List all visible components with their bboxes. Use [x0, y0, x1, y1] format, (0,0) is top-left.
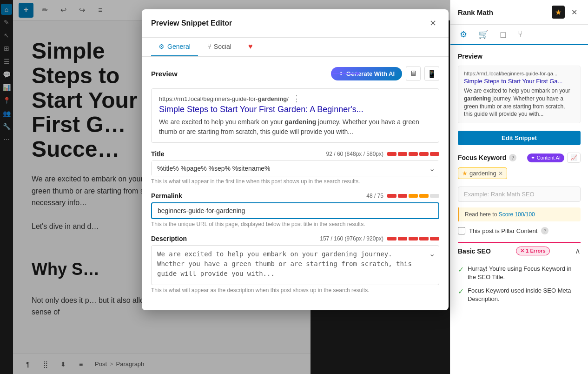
close-panel-button[interactable]: ✕ [568, 6, 581, 19]
description-label: Description [151, 235, 187, 242]
permalink-counter: 48 / 75 [366, 193, 439, 199]
pillar-help-icon[interactable]: ? [541, 227, 548, 234]
modal-body: Preview ✦ Generate With AI 🖥 [142, 57, 449, 310]
rank-math-panel: Rank Math ★ ✕ ⚙ 🛒 ◻ ⑂ Preview https://rm… [450, 0, 588, 374]
seo-text-1: Hurray! You're using Focus Keyword in th… [468, 265, 581, 281]
seo-item-2: ✓ Focus Keyword used inside SEO Meta Des… [458, 287, 581, 303]
basic-seo-header: Basic SEO ✕ 1 Errors ∧ [458, 242, 581, 259]
title-field-group: Title 92 / 60 (848px / 580px) %title% [151, 150, 439, 185]
score-link[interactable]: Score 100/100 [499, 211, 535, 218]
desktop-preview-button[interactable]: 🖥 [406, 66, 421, 81]
title-label: Title [151, 150, 165, 158]
rank-math-tabs: ⚙ 🛒 ◻ ⑂ [450, 25, 588, 45]
focus-keyword-header: Focus Keyword ? ✦ Content AI 📈 [458, 153, 581, 163]
description-textarea-wrapper: We are excited to help you embark on you… [151, 245, 439, 285]
social-tab-label: Social [214, 43, 231, 50]
permalink-hint: This is the unique URL of this page, dis… [151, 221, 439, 227]
keyword-tag-container: ★ gardening ✕ [458, 167, 581, 183]
rank-math-header: Rank Math ★ ✕ [450, 0, 588, 25]
chart-button[interactable]: 📈 [567, 153, 581, 163]
description-textarea[interactable]: We are excited to help you embark on you… [152, 246, 439, 283]
rp-tab-schema[interactable]: ⑂ [512, 25, 529, 44]
preview-snippet-modal: Preview Snippet Editor ✕ ⚙ General ⑂ Soc… [142, 9, 449, 310]
title-progress-bar [387, 152, 439, 156]
pillar-checkbox[interactable] [458, 227, 465, 234]
description-chevron[interactable]: ⌄ [429, 249, 435, 258]
basic-seo-section: Basic SEO ✕ 1 Errors ∧ ✓ Hurray! You're … [458, 242, 581, 303]
modal-close-button[interactable]: ✕ [426, 17, 439, 30]
tab-heart[interactable]: ♥ [241, 38, 260, 56]
star-button[interactable]: ★ [552, 6, 565, 19]
basic-seo-title: Basic SEO [458, 247, 491, 255]
permalink-progress-bar [387, 194, 439, 198]
title-counter: 92 / 60 (848px / 580px) [326, 151, 439, 157]
search-preview-box: https://rm1.local/beginners-guide-for-ga… [151, 88, 439, 143]
focus-keyword-help-icon[interactable]: ? [509, 154, 516, 161]
modal-title: Preview Snippet Editor [151, 19, 232, 27]
description-field-group: Description 157 / 160 (976px / 920px) [151, 235, 439, 294]
modal-tabs: ⚙ General ⑂ Social ♥ [142, 38, 449, 57]
rp-preview-desc: We are excited to help you embark on you… [464, 87, 575, 118]
pillar-checkbox-container: This post is Pillar Content ? [458, 227, 581, 234]
keyword-remove-button[interactable]: ✕ [498, 170, 503, 177]
rp-preview-box: https://rm1.local/beginners-guide-for-ga… [458, 66, 581, 123]
permalink-field-group: Permalink 48 / 75 This is the unique UR [151, 192, 439, 227]
focus-keyword-label: Focus Keyword [458, 154, 506, 161]
check-icon-2: ✓ [458, 287, 464, 296]
rank-math-title: Rank Math [458, 8, 493, 16]
permalink-field-header: Permalink 48 / 75 [151, 192, 439, 200]
seo-item-1: ✓ Hurray! You're using Focus Keyword in … [458, 265, 581, 281]
url-dots[interactable]: ⋮ [292, 94, 301, 103]
pillar-checkbox-label: This post is Pillar Content [469, 227, 537, 234]
rp-preview-url: https://rm1.local/beginners-guide-for-ga… [464, 71, 575, 76]
rp-preview-title[interactable]: Simple Steps to Start Your First Ga... [464, 78, 575, 85]
arrow-indicator [331, 71, 360, 76]
rank-math-body: Preview https://rm1.local/beginners-guid… [450, 45, 588, 374]
preview-row: Preview ✦ Generate With AI 🖥 [151, 66, 439, 81]
collapse-button[interactable]: ∧ [575, 247, 581, 255]
permalink-input[interactable] [151, 202, 439, 219]
keyword-example[interactable]: Example: Rank Math SEO [458, 187, 581, 202]
general-tab-icon: ⚙ [159, 43, 165, 50]
rank-math-header-icons: ★ ✕ [552, 6, 581, 19]
description-hint: This is what will appear as the descript… [151, 287, 439, 294]
search-result-title[interactable]: Simple Steps to Start Your First Garden:… [159, 105, 431, 114]
keyword-star-icon: ★ [462, 170, 468, 177]
title-hint: This is what will appear in the first li… [151, 178, 439, 185]
content-ai-label: Content AI [537, 155, 561, 160]
social-tab-icon: ⑂ [207, 43, 211, 50]
description-counter: 157 / 160 (976px / 920px) [320, 235, 439, 242]
error-badge: ✕ 1 Errors [516, 247, 549, 255]
title-select[interactable]: %title% %page% %sep% %sitename% [152, 161, 439, 176]
edit-snippet-button[interactable]: Edit Snippet [458, 131, 581, 145]
search-result-description: We are excited to help you embark on you… [159, 117, 431, 137]
permalink-label: Permalink [151, 192, 182, 200]
title-select-wrapper: %title% %page% %sep% %sitename% ⌄ [151, 160, 439, 176]
check-icon-1: ✓ [458, 265, 464, 274]
seo-text-2: Focus Keyword used inside SEO Meta Descr… [468, 287, 581, 303]
description-field-header: Description 157 / 160 (976px / 920px) [151, 235, 439, 242]
title-field-header: Title 92 / 60 (848px / 580px) [151, 150, 439, 158]
pillar-note: Read here to Score 100/100 [458, 207, 581, 221]
general-tab-label: General [167, 43, 191, 50]
desktop-icon: 🖥 [410, 69, 417, 78]
keyword-tag: ★ gardening ✕ [458, 167, 507, 179]
modal-overlay: Preview Snippet Editor ✕ ⚙ General ⑂ Soc… [0, 0, 450, 374]
content-ai-button[interactable]: ✦ Content AI [527, 154, 564, 162]
tab-social[interactable]: ⑂ Social [200, 38, 239, 56]
preview-section-label: Preview [151, 70, 178, 78]
url-text: https://rm1.local/beginners-guide-for-ga… [159, 95, 289, 102]
mobile-icon: 📱 [427, 69, 436, 78]
tab-general[interactable]: ⚙ General [151, 38, 198, 56]
sparkle-icon-2: ✦ [531, 155, 535, 161]
description-progress-bar [387, 237, 439, 240]
title-chevron[interactable]: ⌄ [429, 164, 435, 173]
rp-preview-label: Preview [458, 53, 581, 60]
rp-tab-general[interactable]: ⚙ [454, 25, 473, 44]
search-url: https://rm1.local/beginners-guide-for-ga… [159, 94, 431, 103]
modal-header: Preview Snippet Editor ✕ [142, 9, 449, 38]
rp-tab-preview[interactable]: ◻ [494, 25, 512, 44]
keyword-tag-text: gardening [469, 170, 496, 177]
mobile-preview-button[interactable]: 📱 [424, 66, 439, 81]
rp-tab-shopping[interactable]: 🛒 [473, 25, 494, 44]
